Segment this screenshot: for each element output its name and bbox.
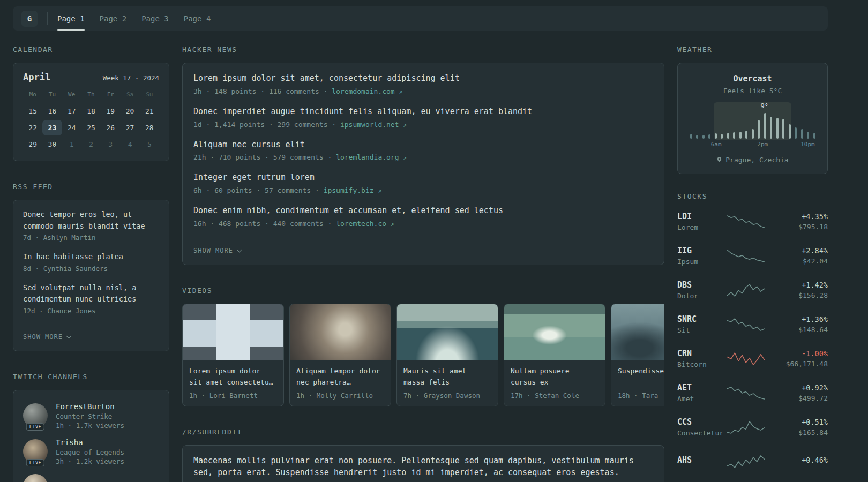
rss-card: Donec tempor eros leo, ut commodo mauris…	[13, 200, 169, 351]
calendar-dow: Tu	[42, 91, 62, 102]
hn-show-more-label: SHOW MORE	[193, 247, 233, 254]
tab-page-1[interactable]: Page 1	[57, 6, 85, 31]
weather-location-label: Prague, Czechia	[725, 156, 788, 164]
rss-item-meta: 7d · Ashlyn Martin	[23, 234, 159, 242]
calendar-day-next-month: 3	[101, 137, 120, 152]
video-card[interactable]: Lorem ipsum dolor sit amet consectetu… 1…	[182, 304, 284, 406]
rss-item-title[interactable]: In hac habitasse platea	[23, 251, 159, 263]
twitch-channel-row[interactable]: LIVE ForrestBurton Counter-Strike 1h · 1…	[23, 402, 159, 430]
weather-card: Overcast Feels like 5°C 9° 6am 2pm 10pm	[677, 63, 828, 174]
hn-item-domain-link[interactable]: ipsumworld.net ↗	[340, 120, 407, 129]
stock-sparkline	[727, 247, 765, 263]
stock-row[interactable]: DBSDolor +1.42%$156.28	[677, 278, 828, 302]
video-thumbnail[interactable]	[183, 304, 283, 360]
hn-item-stats: 3h · 148 points · 116 comments ·	[193, 87, 327, 95]
hn-item-title[interactable]: Donec imperdiet augue tincidunt felis al…	[193, 106, 653, 118]
calendar-day: 19	[101, 103, 120, 119]
stock-ticker[interactable]: AHS	[677, 455, 727, 465]
stock-ticker[interactable]: SNRC	[677, 314, 727, 324]
calendar-day-next-month: 1	[62, 137, 81, 152]
video-thumbnail[interactable]	[504, 304, 605, 360]
video-title[interactable]: Suspendisse diam	[618, 366, 664, 388]
stock-row[interactable]: AHS +0.46%	[677, 449, 828, 473]
stock-sparkline	[727, 453, 765, 469]
rss-show-more-button[interactable]: SHOW MORE	[23, 333, 71, 341]
stock-price: $499.72	[798, 394, 828, 402]
stock-row[interactable]: SNRCSit +1.36%$148.64	[677, 312, 828, 336]
video-title[interactable]: Lorem ipsum dolor sit amet consectetu…	[189, 366, 277, 388]
calendar-day: 25	[81, 120, 101, 135]
tab-page-2[interactable]: Page 2	[100, 6, 127, 31]
hn-item-title[interactable]: Lorem ipsum dolor sit amet, consectetur …	[193, 73, 653, 85]
external-link-icon: ↗	[403, 122, 407, 129]
twitch-channel-row[interactable]: LIVE Trisha League of Legends 3h · 1.2k …	[23, 438, 159, 465]
weather-time-label: 6am	[711, 141, 722, 148]
video-title[interactable]: Nullam posuere cursus ex	[511, 366, 598, 388]
video-card[interactable]: Aliquam tempor dolor nec pharetra… 1h · …	[289, 304, 391, 406]
hn-item-domain: loremlandia.org	[336, 153, 399, 161]
twitch-channel-row[interactable]: KendallCarr	[23, 474, 159, 482]
video-card[interactable]: Nullam posuere cursus ex 17h · Stefan Co…	[504, 304, 605, 406]
video-thumbnail[interactable]	[397, 304, 498, 360]
twitch-channel-name[interactable]: Trisha	[56, 438, 124, 447]
calendar-dow: Su	[140, 91, 159, 102]
hn-item-title[interactable]: Aliquam nec cursus elit	[193, 139, 653, 151]
hn-item-meta: 21h · 710 points · 579 comments · loreml…	[193, 153, 653, 161]
video-title[interactable]: Aliquam tempor dolor nec pharetra…	[296, 366, 384, 388]
stock-ticker[interactable]: IIG	[677, 246, 727, 255]
chevron-down-icon	[237, 247, 242, 252]
stock-ticker[interactable]: CRN	[677, 349, 727, 358]
stock-ticker[interactable]: DBS	[677, 280, 727, 290]
hacker-news-widget: HACKER NEWS Lorem ipsum dolor sit amet, …	[182, 46, 664, 265]
calendar-widget: CALENDAR April Week 17 · 2024 Mo Tu We T…	[13, 46, 169, 161]
hn-item-meta: 1d · 1,414 points · 299 comments · ipsum…	[193, 120, 653, 129]
hn-item-domain-link[interactable]: loremdomain.com ↗	[332, 87, 402, 95]
calendar-day: 22	[23, 120, 42, 135]
stock-change: +0.51%	[798, 418, 828, 426]
stock-ticker[interactable]: LDI	[677, 212, 727, 221]
external-link-icon: ↗	[378, 187, 381, 194]
video-card[interactable]: Mauris sit amet massa felis 7h · Grayson…	[396, 304, 498, 406]
calendar-grid: Mo Tu We Th Fr Sa Su 15 16 17 18 19	[23, 91, 159, 152]
hn-item-stats: 16h · 468 points · 440 comments ·	[193, 220, 332, 228]
hn-item-title[interactable]: Integer eget rutrum lorem	[193, 172, 653, 184]
stock-row[interactable]: CRNBitcorn -1.00%$66,171.48	[677, 347, 828, 370]
stock-row[interactable]: IIGIpsum +2.84%$42.04	[677, 244, 828, 267]
stock-price: $795.18	[798, 223, 828, 231]
stock-ticker[interactable]: AET	[677, 383, 727, 393]
stock-row[interactable]: LDILorem +4.35%$795.18	[677, 209, 828, 233]
calendar-day: 26	[101, 120, 120, 135]
rss-item-title[interactable]: Sed volutpat nulla nisl, a condimentum n…	[23, 282, 159, 305]
calendar-day: 15	[23, 103, 42, 119]
stock-ticker[interactable]: CCS	[677, 417, 727, 427]
video-meta: 1h · Molly Carrillo	[296, 391, 384, 400]
subreddit-card: Maecenas mollis pulvinar erat non posuer…	[182, 445, 664, 482]
stock-row[interactable]: AETAmet +0.92%$499.72	[677, 381, 828, 404]
rss-item-title[interactable]: Donec tempor eros leo, ut commodo mauris…	[23, 209, 159, 232]
twitch-channel-name[interactable]: ForrestBurton	[56, 402, 124, 411]
rss-item: Sed volutpat nulla nisl, a condimentum n…	[23, 282, 159, 315]
subreddit-post-title[interactable]: Maecenas mollis pulvinar erat non posuer…	[193, 455, 653, 479]
hn-item-domain-link[interactable]: ipsumify.biz ↗	[324, 186, 381, 194]
stock-row[interactable]: CCSConsectetur +0.51%$165.84	[677, 415, 828, 439]
stock-name: Dolor	[677, 292, 727, 300]
weather-time-label: 10pm	[800, 141, 815, 148]
video-meta: 7h · Grayson Dawson	[403, 391, 491, 400]
video-thumbnail[interactable]	[611, 304, 664, 360]
video-card[interactable]: Suspendisse diam 18h · Tara	[611, 304, 664, 406]
stock-change: +0.46%	[802, 456, 828, 464]
stock-sparkline	[727, 419, 765, 435]
calendar-day-next-month: 5	[140, 137, 159, 152]
video-title[interactable]: Mauris sit amet massa felis	[403, 366, 491, 388]
video-thumbnail[interactable]	[290, 304, 391, 360]
external-link-icon: ↗	[399, 88, 403, 95]
tab-page-3[interactable]: Page 3	[141, 6, 169, 31]
calendar-widget-title: CALENDAR	[13, 46, 169, 54]
tab-page-4[interactable]: Page 4	[184, 6, 211, 31]
hn-item-domain-link[interactable]: loremlandia.org ↗	[336, 153, 407, 161]
hn-item-title[interactable]: Donec enim nibh, condimentum et accumsan…	[193, 205, 653, 217]
app-logo[interactable]: G	[21, 11, 38, 27]
hn-item-domain-link[interactable]: loremtech.co ↗	[336, 220, 394, 228]
hn-show-more-button[interactable]: SHOW MORE	[193, 247, 241, 254]
avatar: LIVE	[23, 439, 48, 464]
